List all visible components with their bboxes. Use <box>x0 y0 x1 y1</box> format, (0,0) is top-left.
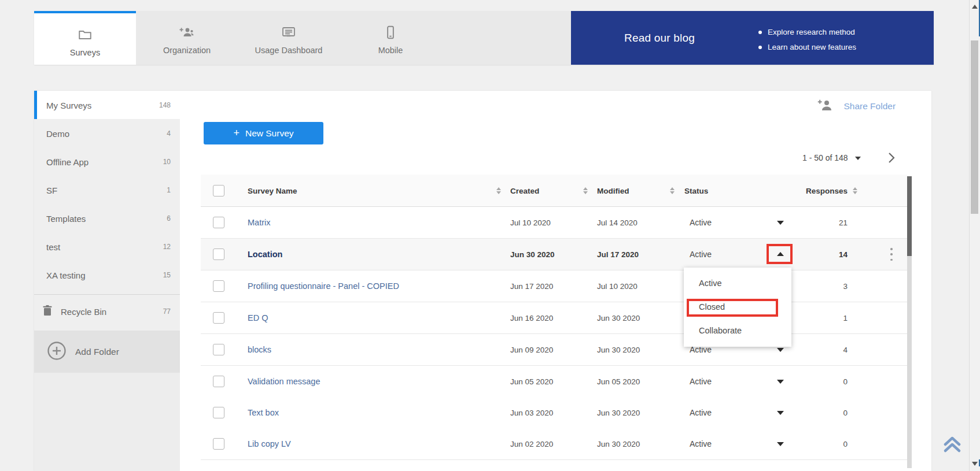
sidebar-item-my-surveys[interactable]: My Surveys148 <box>34 91 180 119</box>
table-row: Text box Jun 03 2020 Jun 30 2020 Active … <box>201 397 907 429</box>
status-option-closed[interactable]: Closed <box>684 295 791 319</box>
new-survey-label: New Survey <box>245 128 294 138</box>
folder-count: 1 <box>167 186 171 194</box>
pagination-range-dropdown[interactable]: 1 - 50 of 148 <box>802 153 861 162</box>
created-date: Jun 30 2020 <box>510 250 555 259</box>
responses-count: 21 <box>839 218 848 227</box>
sidebar-item-templates[interactable]: Templates6 <box>34 204 180 232</box>
row-checkbox[interactable] <box>213 312 224 324</box>
scrollbar-down-arrow-icon[interactable] <box>972 462 978 466</box>
survey-name-link[interactable]: ED Q <box>248 313 268 322</box>
status-dropdown-caret-icon[interactable] <box>777 347 784 352</box>
column-header-responses[interactable]: Responses <box>806 186 848 195</box>
sidebar-item-recycle-bin[interactable]: Recycle Bin 77 <box>34 295 180 328</box>
sort-icon[interactable] <box>853 187 858 194</box>
column-header-modified[interactable]: Modified <box>597 186 629 195</box>
row-checkbox[interactable] <box>213 249 224 260</box>
folder-icon <box>78 27 93 44</box>
modified-date: Jun 05 2020 <box>597 377 640 386</box>
plus-circle-icon <box>47 341 67 363</box>
add-folder-button[interactable]: Add Folder <box>34 331 180 373</box>
tab-usage-dashboard[interactable]: Usage Dashboard <box>238 11 340 65</box>
responses-count: 4 <box>843 346 848 354</box>
column-header-survey-name[interactable]: Survey Name <box>248 186 297 195</box>
trash-icon <box>42 305 53 318</box>
pagination-range-label: 1 - 50 of 148 <box>802 153 848 162</box>
tab-label: Mobile <box>340 46 441 55</box>
status-dropdown-menu: Active Closed Collaborate <box>684 268 791 347</box>
tab-mobile[interactable]: Mobile <box>340 11 441 65</box>
table-row: Validation message Jun 05 2020 Jun 05 20… <box>201 366 907 398</box>
folder-sidebar: My Surveys148Demo4Offline App10SF1Templa… <box>34 91 180 471</box>
survey-name-link[interactable]: Profiling questionnaire - Panel - COPIED <box>248 281 399 291</box>
table-scrollbar-thumb[interactable] <box>907 176 912 256</box>
sidebar-item-demo[interactable]: Demo4 <box>34 119 180 147</box>
status-dropdown-caret-icon[interactable] <box>777 252 784 257</box>
add-folder-label: Add Folder <box>75 347 119 357</box>
share-folder-link[interactable]: Share Folder <box>817 98 896 114</box>
sidebar-item-label: test <box>46 242 60 251</box>
blog-banner[interactable]: Read our blog Explore research method Le… <box>571 11 934 65</box>
row-checkbox[interactable] <box>213 376 224 387</box>
row-checkbox[interactable] <box>213 438 224 450</box>
select-all-checkbox[interactable] <box>213 185 224 196</box>
responses-count: 14 <box>839 250 848 259</box>
plus-icon: + <box>233 127 240 139</box>
status-option-collaborate[interactable]: Collaborate <box>684 319 791 343</box>
table-row: Profiling questionnaire - Panel - COPIED… <box>201 270 907 302</box>
folder-count: 15 <box>163 271 171 279</box>
folder-list: My Surveys148Demo4Offline App10SF1Templa… <box>34 91 180 289</box>
row-menu-kebab-icon[interactable] <box>887 248 896 261</box>
row-checkbox[interactable] <box>213 280 224 292</box>
banner-bullet: Explore research method <box>757 25 856 40</box>
modified-date: Jun 30 2020 <box>597 346 640 354</box>
status-option-active[interactable]: Active <box>684 272 791 295</box>
modified-date: Jun 30 2020 <box>597 314 640 322</box>
status-dropdown-caret-icon[interactable] <box>777 379 784 384</box>
responses-count: 3 <box>843 282 848 291</box>
modified-date: Jun 30 2020 <box>597 440 640 448</box>
responses-count: 0 <box>843 409 848 417</box>
scrollbar-up-arrow-icon[interactable] <box>972 5 978 9</box>
column-header-created[interactable]: Created <box>510 186 539 195</box>
share-person-add-icon <box>817 104 837 114</box>
survey-name-link[interactable]: Matrix <box>248 218 270 227</box>
scroll-to-top-button[interactable] <box>942 433 963 454</box>
folder-count: 6 <box>167 214 171 222</box>
row-checkbox[interactable] <box>213 217 224 228</box>
sort-icon[interactable] <box>496 187 502 194</box>
tab-surveys[interactable]: Surveys <box>34 11 136 65</box>
status-dropdown-caret-icon[interactable] <box>777 220 784 225</box>
banner-bullet: Learn about new features <box>757 40 856 55</box>
row-checkbox[interactable] <box>213 407 224 418</box>
sidebar-item-sf[interactable]: SF1 <box>34 176 180 204</box>
status-value: Active <box>690 439 712 448</box>
survey-name-link[interactable]: blocks <box>248 345 271 354</box>
sort-icon[interactable] <box>670 187 675 194</box>
created-date: Jul 10 2020 <box>510 218 551 227</box>
survey-name-link[interactable]: Text box <box>248 408 279 417</box>
tab-organization[interactable]: Organization <box>136 11 238 65</box>
column-header-status[interactable]: Status <box>684 186 708 195</box>
survey-name-link[interactable]: Location <box>248 250 282 259</box>
survey-name-link[interactable]: Validation message <box>248 377 320 386</box>
status-dropdown-caret-icon[interactable] <box>777 442 784 446</box>
modified-date: Jul 10 2020 <box>597 282 638 291</box>
table-row: ED Q Jun 16 2020 Jun 30 2020 1 <box>201 302 907 334</box>
status-dropdown-caret-icon[interactable] <box>777 410 784 415</box>
sidebar-item-label: Templates <box>46 213 86 223</box>
page-scrollbar-thumb[interactable] <box>971 40 978 214</box>
table-header-row: Survey Name Created Modified Status Resp… <box>201 175 907 207</box>
new-survey-button[interactable]: +New Survey <box>204 122 323 144</box>
sidebar-item-test[interactable]: test12 <box>34 232 180 261</box>
row-checkbox[interactable] <box>213 344 224 355</box>
next-page-button[interactable] <box>887 151 900 165</box>
sort-icon[interactable] <box>583 187 588 194</box>
created-date: Jun 05 2020 <box>510 377 553 386</box>
survey-name-link[interactable]: Lib copy LV <box>248 439 291 448</box>
sidebar-item-offline-app[interactable]: Offline App10 <box>34 147 180 176</box>
responses-count: 0 <box>843 440 848 448</box>
modified-date: Jul 14 2020 <box>597 218 638 227</box>
status-value: Active <box>690 218 712 227</box>
sidebar-item-xa-testing[interactable]: XA testing15 <box>34 261 180 289</box>
